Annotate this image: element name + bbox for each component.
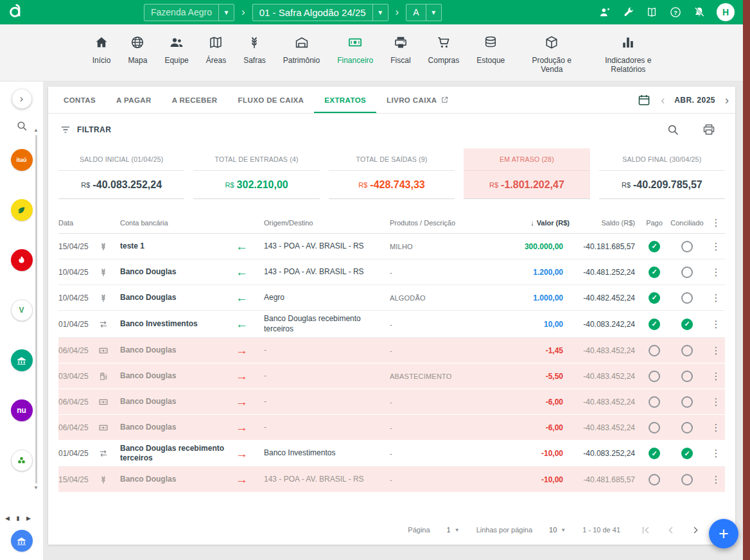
col-saldo[interactable]: Saldo (R$) (570, 219, 641, 227)
calendar-button[interactable] (637, 93, 651, 107)
tab-livro-caixa[interactable]: LIVRO CAIXA (376, 87, 459, 113)
filter-button[interactable]: FILTRAR (60, 124, 111, 136)
tab-a-receber[interactable]: A RECEBER (162, 87, 228, 113)
col-conta-bancaria[interactable]: Conta bancária (120, 219, 236, 227)
bank-itau[interactable]: itaú (11, 149, 33, 171)
sidebar-horizontal-scroll[interactable]: ◀ ▮ ▶ (5, 515, 33, 521)
paid-indicator[interactable]: ✓ (649, 292, 660, 304)
row-menu-button[interactable]: ⋮ (707, 238, 725, 256)
page-select[interactable]: 1 ▼ (447, 526, 460, 534)
reconciled-indicator[interactable] (681, 396, 693, 408)
paid-indicator[interactable]: ✓ (649, 267, 660, 278)
row-menu-button[interactable]: ⋮ (707, 471, 725, 489)
tab-a-pagar[interactable]: A PAGAR (106, 87, 162, 113)
tab-contas[interactable]: CONTAS (53, 87, 106, 113)
chevron-down-icon[interactable]: ▼ (372, 4, 388, 21)
summary-card-total-de-entradas-4[interactable]: TOTAL DE ENTRADAS (4)R$302.210,00 (193, 148, 319, 199)
paid-indicator[interactable]: ✓ (649, 319, 660, 330)
table-row[interactable]: 15/04/25Banco Douglas→143 - POA - AV. BR… (58, 467, 725, 493)
table-row[interactable]: 15/04/25teste 1←143 - POA - AV. BRASIL -… (58, 234, 725, 259)
table-row[interactable]: 06/04/25Banco Douglas→---6,00-40.483.452… (58, 415, 725, 441)
search-button[interactable] (666, 123, 680, 137)
add-transaction-fab[interactable]: + (709, 519, 738, 548)
table-row[interactable]: 03/04/25Banco Douglas→-ABASTECIMENTO-5,5… (58, 363, 725, 389)
row-menu-button[interactable]: ⋮ (707, 263, 725, 281)
summary-card-em-atraso-28[interactable]: EM ATRASO (28)R$-1.801.202,47 (464, 148, 589, 199)
row-menu-button[interactable]: ⋮ (707, 444, 725, 462)
notifications-off-button[interactable] (693, 6, 706, 19)
reconciled-indicator[interactable]: ✓ (681, 319, 693, 330)
page-scrollbar[interactable] (743, 0, 750, 560)
reconciled-indicator[interactable] (681, 241, 693, 252)
bank-sicredi[interactable] (11, 450, 33, 471)
paid-indicator[interactable] (649, 371, 660, 382)
row-menu-button[interactable]: ⋮ (707, 342, 725, 360)
scroll-down-icon[interactable]: ▼ (33, 486, 39, 491)
prev-page-button[interactable] (665, 524, 677, 536)
col-valor[interactable]: ↓Valor (R$) (498, 219, 570, 227)
row-menu-button[interactable]: ⋮ (707, 289, 725, 307)
unit-selector[interactable]: A ▼ (406, 4, 441, 21)
row-menu-button[interactable]: ⋮ (707, 315, 725, 333)
nav-item-mapa[interactable]: Mapa (128, 35, 147, 81)
paid-indicator[interactable] (649, 474, 660, 486)
nav-item-indicadores-e-relatorios[interactable]: Indicadores e Relatórios (598, 35, 658, 81)
chevron-down-icon[interactable]: ▼ (426, 4, 441, 21)
row-menu-button[interactable]: ⋮ (707, 393, 725, 411)
scroll-up-icon[interactable]: ▲ (33, 128, 39, 133)
table-row[interactable]: 10/04/25Banco Douglas←143 - POA - AV. BR… (58, 259, 725, 285)
nav-item-fiscal[interactable]: Fiscal (390, 35, 410, 81)
nav-item-equipe[interactable]: Equipe (164, 35, 188, 81)
print-button[interactable] (702, 123, 716, 137)
bank-blue[interactable] (11, 530, 33, 552)
table-row[interactable]: 06/04/25Banco Douglas→---6,00-40.483.452… (58, 389, 725, 415)
farm-selector[interactable]: Fazenda Aegro ▼ (144, 4, 234, 21)
reconciled-indicator[interactable] (681, 345, 693, 356)
first-page-button[interactable] (640, 524, 652, 536)
table-menu-button[interactable]: ⋮ (707, 217, 725, 229)
reconciled-indicator[interactable] (681, 292, 693, 304)
col-produtos-descricao[interactable]: Produtos / Descrição (390, 219, 498, 227)
season-selector[interactable]: 01 - Safra Algodão 24/25 ▼ (252, 4, 388, 21)
nav-item-patrimonio[interactable]: Patrimônio (283, 35, 320, 81)
nav-item-financeiro[interactable]: Financeiro (337, 35, 373, 81)
nav-item-areas[interactable]: Áreas (206, 35, 226, 81)
nav-item-safras[interactable]: Safras (243, 35, 266, 81)
table-row[interactable]: 01/04/25Banco Investimentos←Banco Dougla… (58, 311, 725, 338)
help-button[interactable]: ? (669, 6, 682, 19)
col-origem-destino[interactable]: Origem/Destino (264, 219, 390, 227)
row-menu-button[interactable]: ⋮ (707, 419, 725, 437)
bank-santander[interactable] (11, 249, 33, 271)
next-month-button[interactable]: › (725, 94, 729, 106)
paid-indicator[interactable] (649, 422, 660, 433)
nav-item-compras[interactable]: Compras (428, 35, 460, 81)
summary-card-total-de-saidas-9[interactable]: TOTAL DE SAÍDAS (9)R$-428.743,33 (329, 148, 455, 199)
nav-item-inicio[interactable]: Início (92, 35, 111, 81)
col-data[interactable]: Data (58, 219, 98, 227)
nav-item-producao-e-venda[interactable]: Produção e Venda (522, 35, 581, 81)
paid-indicator[interactable]: ✓ (649, 241, 660, 252)
user-avatar[interactable]: H (717, 3, 735, 21)
sidebar-scrollbar[interactable]: ▲ ▼ (32, 128, 40, 491)
reconciled-indicator[interactable] (681, 422, 693, 433)
paid-indicator[interactable] (649, 345, 660, 356)
table-row[interactable]: 10/04/25Banco Douglas←AegroALGODÃO1.000,… (58, 285, 725, 311)
chevron-down-icon[interactable]: ▼ (218, 4, 234, 21)
reconciled-indicator[interactable] (681, 474, 693, 486)
bank-yellow[interactable] (11, 199, 33, 221)
sidebar-expand-button[interactable]: › (12, 89, 31, 109)
bank-green-v[interactable]: V (11, 299, 33, 321)
paid-indicator[interactable] (649, 396, 660, 408)
col-conciliado[interactable]: Conciliado (667, 219, 707, 227)
news-button[interactable] (645, 6, 658, 19)
settings-wrench-button[interactable] (622, 6, 634, 19)
sidebar-search-icon[interactable] (15, 119, 28, 132)
bank-teal[interactable] (11, 349, 33, 371)
reconciled-indicator[interactable] (681, 371, 693, 382)
tab-extratos[interactable]: EXTRATOS (314, 87, 376, 113)
summary-card-saldo-final-30-04-25[interactable]: SALDO FINAL (30/04/25)R$-40.209.785,57 (599, 148, 725, 199)
row-menu-button[interactable]: ⋮ (707, 367, 725, 385)
nav-item-estoque[interactable]: Estoque (476, 35, 505, 81)
paid-indicator[interactable]: ✓ (649, 448, 660, 459)
tab-fluxo-de-caixa[interactable]: FLUXO DE CAIXA (228, 87, 315, 113)
